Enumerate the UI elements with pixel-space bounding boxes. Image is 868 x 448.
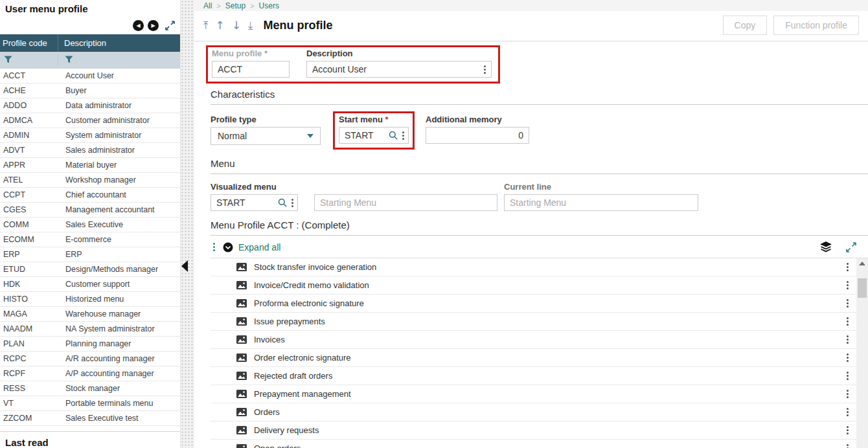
tree-row-more-icon[interactable] (847, 390, 849, 398)
search-icon[interactable] (389, 131, 398, 140)
scroll-up-icon[interactable] (859, 262, 865, 265)
tree-row[interactable]: Open orders (211, 440, 856, 448)
expand-panel-icon[interactable] (165, 21, 175, 30)
profile-row[interactable]: ETUD Design/Methods manager (0, 262, 180, 277)
next-record-icon[interactable]: ↓ (232, 20, 241, 31)
column-header-profile-code[interactable]: Profile code (0, 34, 58, 52)
tree-row-more-icon[interactable] (847, 335, 849, 344)
copy-button[interactable]: Copy (723, 16, 768, 35)
search-icon[interactable] (278, 198, 287, 207)
profile-row[interactable]: ZZCOM Sales Executive test (0, 411, 180, 426)
breadcrumb-item-setup[interactable]: Setup (225, 1, 246, 10)
tree-row-more-icon[interactable] (847, 299, 849, 308)
tree-row[interactable]: Prepayment management (211, 385, 856, 403)
tree-row-more-icon[interactable] (847, 263, 849, 271)
function-image-icon (236, 390, 247, 398)
page-header: ⤒ ↑ ↓ ⤓ Menu profile Copy Function profi… (194, 11, 868, 41)
profile-code-cell: RCPF (0, 369, 58, 378)
visualized-menu-label: Visualized menu (211, 182, 298, 192)
next-record-button[interactable]: ▶ (148, 20, 159, 31)
profile-row[interactable]: NAADM NA System administrator (0, 322, 180, 337)
current-line-input[interactable]: Starting Menu (504, 194, 698, 211)
panel-splitter[interactable] (180, 0, 194, 448)
breadcrumb-item-all[interactable]: All (203, 1, 212, 10)
function-image-icon (236, 426, 247, 434)
tree-row-more-icon[interactable] (847, 317, 849, 326)
profile-description-cell: System administrator (58, 131, 180, 140)
visualized-menu-more-icon[interactable] (291, 199, 293, 207)
tree-row[interactable]: Invoice/Credit memo validation (211, 276, 856, 295)
description-input[interactable]: Account User (306, 61, 492, 78)
tree-row[interactable]: Issue prepayments (211, 313, 856, 331)
tree-row-more-icon[interactable] (847, 353, 849, 362)
starting-menu-input[interactable]: Starting Menu (314, 194, 497, 211)
previous-record-button[interactable]: ◀ (133, 20, 144, 31)
tree-row[interactable]: Proforma electronic signature (211, 295, 856, 313)
tree-row[interactable]: Order electronic signature (211, 349, 856, 367)
start-menu-input[interactable]: START (339, 127, 409, 144)
tree-row-more-icon[interactable] (847, 372, 849, 380)
tree-row[interactable]: Orders (211, 403, 856, 421)
menu-profile-input[interactable]: ACCT (212, 61, 290, 78)
profile-row[interactable]: HISTO Historized menu (0, 292, 180, 307)
last-read-section: Last read (0, 431, 180, 448)
breadcrumb-item-users[interactable]: Users (259, 1, 279, 10)
profile-row[interactable]: ADMCA Customer administrator (0, 113, 180, 128)
profile-row[interactable]: RCPF A/P accounting manager (0, 366, 180, 381)
function-image-icon (236, 372, 247, 380)
previous-record-icon[interactable]: ↑ (216, 20, 225, 31)
expand-all-link[interactable]: Expand all (238, 242, 280, 252)
profile-code-cell: NAADM (0, 324, 58, 333)
function-profile-button[interactable]: Function profile (773, 16, 859, 35)
profile-row[interactable]: ATEL Workshop manager (0, 173, 180, 188)
profile-row[interactable]: ACHE Buyer (0, 84, 180, 98)
visualized-menu-input[interactable]: START (211, 194, 298, 211)
profile-row[interactable]: CCPT Chief accountant (0, 188, 180, 203)
first-record-icon[interactable]: ⤒ (203, 20, 209, 31)
tree-row[interactable]: Invoices (211, 331, 856, 349)
profile-row[interactable]: ADDO Data administrator (0, 98, 180, 113)
profile-row[interactable]: HDK Customer support (0, 277, 180, 292)
profile-row[interactable]: VT Portable terminals menu (0, 396, 180, 411)
description-more-icon[interactable] (484, 65, 486, 74)
tree-row[interactable]: Stock transfer invoice generation (211, 258, 856, 276)
tree-row[interactable]: Delivery requests (211, 421, 856, 440)
profile-row[interactable]: RESS Stock manager (0, 381, 180, 396)
tree-row-more-icon[interactable] (847, 444, 849, 448)
fullscreen-icon[interactable] (846, 242, 856, 252)
start-menu-more-icon[interactable] (402, 131, 404, 140)
profile-row[interactable]: ADVT Sales administrator (0, 143, 180, 158)
profile-type-select[interactable]: Normal (211, 127, 321, 145)
description-field-group: Description Account User (306, 49, 492, 78)
scrollbar-thumb[interactable] (858, 278, 867, 298)
filter-profile-code[interactable] (0, 54, 58, 66)
filter-description[interactable] (58, 54, 180, 66)
tree-scrollbar[interactable] (856, 258, 868, 448)
profile-row[interactable]: ACCT Account User (0, 69, 180, 84)
profile-description-cell: Sales Executive test (58, 414, 180, 423)
tree-row[interactable]: Rejected draft orders (211, 367, 856, 385)
profile-code-cell: ACCT (0, 71, 58, 80)
profile-row[interactable]: ADMIN System administrator (0, 128, 180, 143)
expand-all-icon[interactable] (223, 242, 233, 252)
collapse-panel-arrow-icon[interactable] (181, 260, 188, 272)
additional-memory-input[interactable]: 0 (426, 127, 529, 144)
profile-row[interactable]: RCPC A/R accounting manager (0, 352, 180, 366)
tree-row-more-icon[interactable] (847, 281, 849, 289)
tree-row-more-icon[interactable] (847, 408, 849, 416)
layers-icon[interactable] (820, 241, 832, 252)
start-menu-value: START (345, 130, 374, 140)
profile-row[interactable]: MAGA Warehouse manager (0, 307, 180, 322)
profile-row[interactable]: PLAN Planning manager (0, 337, 180, 352)
profile-row[interactable]: ERP ERP (0, 247, 180, 262)
column-header-description[interactable]: Description (58, 34, 180, 52)
profile-row[interactable]: APPR Material buyer (0, 158, 180, 173)
profile-row[interactable]: COMM Sales Executive (0, 218, 180, 232)
profile-row[interactable]: ECOMM E-commerce (0, 232, 180, 247)
profile-code-cell: MAGA (0, 309, 58, 319)
tree-row-more-icon[interactable] (847, 426, 849, 434)
last-record-icon[interactable]: ⤓ (248, 20, 253, 31)
tree-options-icon[interactable] (213, 243, 215, 251)
profile-code-cell: ADMIN (0, 131, 58, 140)
profile-row[interactable]: CGES Management accountant (0, 203, 180, 218)
